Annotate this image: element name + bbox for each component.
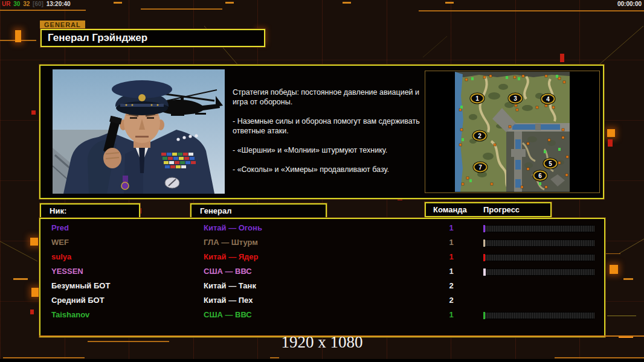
general-tab-label: GENERAL [40,21,85,28]
loading-screen: UR 30 32 [60] 13:20:40 00:00:00 GENERAL … [0,0,644,362]
briefing-line: - «Шершни» и «Молнии» штурмуют технику. [233,145,433,155]
progress-tick [483,254,485,261]
progress-column-header: Прогресс [483,203,520,216]
map-marker: 7 [474,162,488,173]
player-general: США — ВВС [204,267,252,276]
progress-bar [483,312,594,319]
player-name: Taishanov [51,310,89,319]
player-team: 2 [432,296,471,305]
player-table: Pred Китай — Огонь 1 WEF ГЛА — Штурм 1 s… [40,219,604,322]
player-name: Средний БОТ [51,296,105,305]
general-column-header: Генерал [190,203,327,218]
player-team: 1 [432,252,471,261]
map-marker: 5 [544,159,558,169]
medal-icon [123,176,128,182]
map-marker: 4 [541,94,555,104]
player-team: 1 [432,223,471,232]
player-team: 1 [432,267,471,276]
progress-tick [483,225,485,232]
team-progress-header: Команда Прогресс [425,202,552,217]
map-marker: 1 [471,94,485,104]
player-table-panel: Pred Китай — Огонь 1 WEF ГЛА — Штурм 1 s… [39,218,605,337]
bottom-strip [0,359,644,362]
match-timer: 00:00:00 [617,1,642,7]
table-row: sulya Китай — Ядер 1 [40,250,604,264]
progress-tick [483,240,485,247]
player-name: WEF [51,238,69,247]
progress-tick [483,268,486,276]
player-team: 1 [432,310,471,319]
player-name: Pred [51,223,69,232]
clock: 13:20:40 [47,1,71,7]
status-bar: UR 30 32 [60] 13:20:40 [2,1,72,7]
player-team: 2 [432,281,471,290]
fps-value: 30 [13,1,20,7]
table-row: YESSEN США — ВВС 1 [40,264,604,279]
progress-bar [483,240,594,247]
net-indicator: UR [2,1,10,7]
table-row: Pred Китай — Огонь 1 [40,221,604,235]
player-name: sulya [51,252,71,261]
ping-value: 32 [23,1,30,7]
progress-bar [483,225,594,232]
map-marker: 2 [473,131,487,141]
player-general: Китай — Ядер [204,252,259,261]
minimap-panel: 1 2 3 4 5 6 7 [425,71,600,193]
progress-tick [483,312,485,319]
map-marker: 6 [533,171,547,181]
player-name: Безумный БОТ [51,281,110,290]
progress-bar [483,268,594,276]
portrait-image [53,69,225,194]
player-general: ГЛА — Штурм [204,238,258,247]
team-column-header: Команда [433,203,467,216]
page-title: Генерал Грэйнджер [40,29,265,47]
player-name: YESSEN [51,267,83,276]
table-row: Средний БОТ Китай — Пех 2 [40,293,604,308]
player-general: Китай — Танк [204,281,256,290]
map-marker: 3 [509,94,523,104]
general-portrait [53,69,225,194]
table-row: Taishanov США — ВВС 1 [40,308,604,322]
briefing-line: - «Соколы» и «Химеры» продавливают базу. [233,165,433,174]
player-general: Китай — Огонь [204,223,262,232]
player-general: Китай — Пех [204,296,253,305]
player-general: США — ВВС [204,310,252,319]
progress-bar [483,254,594,261]
strategy-briefing: Стратегия победы: постоянное давление ав… [233,87,433,184]
general-briefing-panel: Стратегия победы: постоянное давление ав… [39,65,604,199]
table-row: Безумный БОТ Китай — Танк 2 [40,279,604,293]
fps-limit: [60] [33,1,43,7]
briefing-line: - Наземные силы и оборона помогут вам сд… [233,116,433,136]
nick-column-header: Ник: [40,203,140,218]
resolution-label: 1920 x 1080 [0,333,644,352]
table-row: WEF ГЛА — Штурм 1 [40,235,604,250]
minimap: 1 2 3 4 5 6 7 [455,72,570,192]
minimap-image [455,72,570,192]
player-team: 1 [432,238,471,247]
briefing-line: Стратегия победы: постоянное давление ав… [233,87,433,107]
